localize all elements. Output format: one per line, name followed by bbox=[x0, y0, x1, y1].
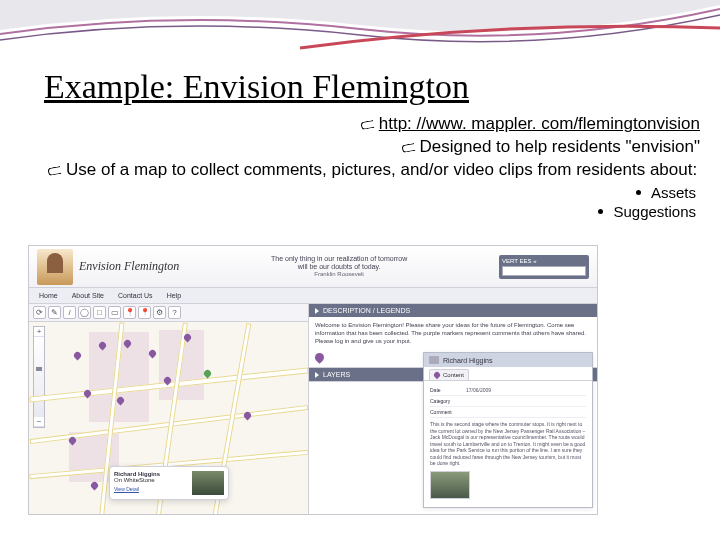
detail-popup: Richard Higgins Content Date17/06/2009 C… bbox=[423, 352, 593, 508]
map-canvas[interactable]: + − bbox=[29, 322, 308, 514]
tool-rect[interactable]: ▭ bbox=[108, 306, 121, 319]
description-text: Welcome to Envision Flemington! Please s… bbox=[315, 322, 586, 344]
site-logo bbox=[37, 249, 73, 285]
quote-author: Franklin Roosevelt bbox=[193, 271, 485, 278]
header-quote: The only thing in our realization of tom… bbox=[185, 255, 493, 279]
tool-pin[interactable]: 📍 bbox=[123, 306, 136, 319]
tool-circle[interactable]: ◯ bbox=[78, 306, 91, 319]
detail-thumbnail bbox=[430, 471, 470, 499]
nav-bar: Home About Site Contact Us Help bbox=[29, 288, 597, 304]
zoom-slider[interactable] bbox=[34, 337, 44, 417]
field-label: Comment bbox=[430, 409, 466, 415]
quote-line: The only thing in our realization of tom… bbox=[193, 255, 485, 263]
tool-settings[interactable]: ⚙ bbox=[153, 306, 166, 319]
detail-body: Date17/06/2009 Category Comment This is … bbox=[424, 381, 592, 503]
search-input[interactable] bbox=[502, 266, 586, 276]
panel-title: LAYERS bbox=[323, 368, 350, 381]
search-label: VERT EES « bbox=[502, 258, 536, 264]
nav-about[interactable]: About Site bbox=[72, 292, 104, 299]
url-text: http: //www. mappler. com/flemingtonvisi… bbox=[379, 114, 700, 133]
zoom-control: + − bbox=[33, 326, 45, 428]
sub-bullet-text: Assets bbox=[651, 184, 696, 201]
site-brand: Envision Flemington bbox=[79, 259, 179, 274]
nav-home[interactable]: Home bbox=[39, 292, 58, 299]
tab-content[interactable]: Content bbox=[429, 369, 469, 380]
bullet-text: Use of a map to collect comments, pictur… bbox=[66, 160, 697, 179]
detail-tabs: Content bbox=[424, 367, 592, 381]
map-toolbar: ⟳ ✎ / ◯ □ ▭ 📍 📍 ⚙ ? bbox=[29, 304, 308, 322]
slide-ribbon-decoration bbox=[0, 0, 720, 60]
detail-name: Richard Higgins bbox=[443, 357, 492, 364]
map-pin-icon[interactable] bbox=[90, 481, 100, 491]
slide-title: Example: Envision Flemington bbox=[44, 68, 720, 106]
dot-bullet-icon bbox=[636, 190, 641, 195]
panel-description-header[interactable]: DESCRIPTION / LEGENDS bbox=[309, 304, 597, 317]
legend-pin-icon bbox=[313, 351, 326, 364]
tool-line[interactable]: / bbox=[63, 306, 76, 319]
nav-contact[interactable]: Contact Us bbox=[118, 292, 153, 299]
app-header: Envision Flemington The only thing in ou… bbox=[29, 246, 597, 288]
sub-bullet-text: Suggestions bbox=[613, 203, 696, 220]
dot-bullet-icon bbox=[598, 209, 603, 214]
tool-help[interactable]: ? bbox=[168, 306, 181, 319]
comment-text: This is the second stage where the commu… bbox=[430, 421, 586, 467]
tool-refresh[interactable]: ⟳ bbox=[33, 306, 46, 319]
avatar-icon bbox=[429, 356, 439, 364]
embedded-screenshot: Envision Flemington The only thing in ou… bbox=[28, 245, 598, 515]
nav-help[interactable]: Help bbox=[167, 292, 181, 299]
quote-line: will be our doubts of today. bbox=[193, 263, 485, 271]
swirl-bullet-icon bbox=[48, 165, 64, 175]
zoom-out-button[interactable]: − bbox=[34, 417, 44, 427]
collapse-icon bbox=[315, 372, 319, 378]
map-pin-icon[interactable] bbox=[73, 351, 83, 361]
tool-square[interactable]: □ bbox=[93, 306, 106, 319]
collapse-icon bbox=[315, 308, 319, 314]
callout-thumbnail bbox=[192, 471, 224, 495]
search-panel: VERT EES « bbox=[499, 255, 589, 279]
swirl-bullet-icon bbox=[402, 142, 418, 152]
detail-header: Richard Higgins bbox=[424, 353, 592, 367]
bullet-text: Designed to help residents "envision" bbox=[420, 137, 700, 156]
field-label: Category bbox=[430, 398, 466, 404]
tool-pin2[interactable]: 📍 bbox=[138, 306, 151, 319]
pin-icon bbox=[433, 371, 441, 379]
map-callout: Richard Higgins On WhiteStone View Detai… bbox=[109, 466, 229, 500]
zoom-in-button[interactable]: + bbox=[34, 327, 44, 337]
field-value: 17/06/2009 bbox=[466, 387, 491, 393]
bullet-list: http: //www. mappler. com/flemingtonvisi… bbox=[0, 114, 720, 180]
tab-label: Content bbox=[443, 372, 464, 378]
sub-bullet-list: Assets Suggestions bbox=[0, 184, 720, 220]
panel-title: DESCRIPTION / LEGENDS bbox=[323, 304, 410, 317]
tool-edit[interactable]: ✎ bbox=[48, 306, 61, 319]
map-pin-icon[interactable] bbox=[148, 349, 158, 359]
swirl-bullet-icon bbox=[361, 119, 377, 129]
field-label: Date bbox=[430, 387, 466, 393]
